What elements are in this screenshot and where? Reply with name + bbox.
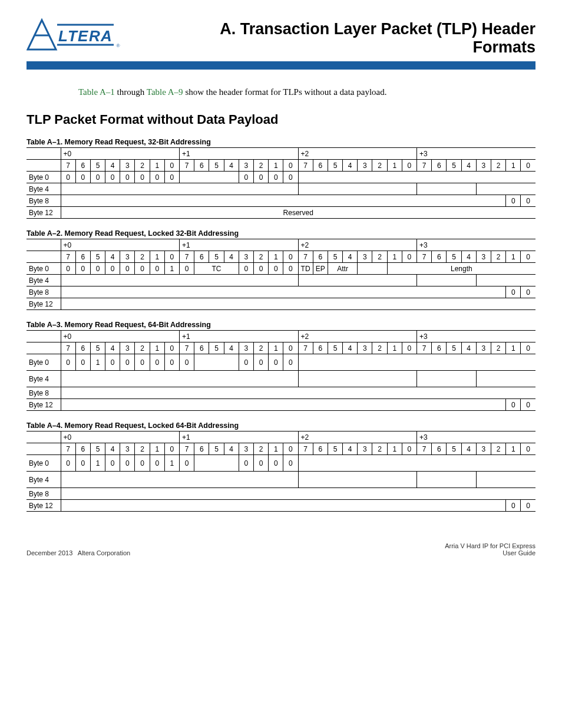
bit-header-row: 76543210 76543210 76543210 76543210 <box>27 443 535 455</box>
svg-text:®: ® <box>116 42 120 48</box>
byte0-row: Byte 0 00000000 0000 <box>27 172 535 183</box>
page-footer: December 2013 Altera Corporation Arria V… <box>27 542 535 556</box>
table-a2-caption: Table A–2. Memory Read Request, Locked 3… <box>27 229 535 238</box>
svg-text:R: R <box>89 27 100 45</box>
bit-header-row: 76543210 76543210 76543210 76543210 <box>27 160 535 172</box>
byte4-row: Byte 4 <box>27 183 535 195</box>
byte8-row: Byte 8 <box>27 387 535 399</box>
byte0-row: Byte 0 00000001 0 TC 0000 TDEP Attr Leng… <box>27 263 535 275</box>
group-header-row: +0 +1 +2 +3 <box>27 148 535 160</box>
link-table-a1[interactable]: Table A–1 <box>78 87 115 97</box>
byte4-row: Byte 4 <box>27 472 535 488</box>
byte0-row: Byte 0 00100001 0 0000 <box>27 455 535 472</box>
link-table-a9[interactable]: Table A–9 <box>147 87 183 97</box>
bit-header-row: 76543210 76543210 76543210 76543210 <box>27 342 535 354</box>
table-a4: +0 +1 +2 +3 76543210 76543210 76543210 7… <box>27 431 535 512</box>
intro-paragraph: Table A–1 through Table A–9 show the hea… <box>78 86 479 98</box>
svg-text:A: A <box>100 27 112 45</box>
svg-text:T: T <box>68 27 78 45</box>
svg-text:L: L <box>58 27 68 45</box>
byte4-row: Byte 4 <box>27 371 535 387</box>
table-a3-caption: Table A–3. Memory Read Request, 64-Bit A… <box>27 321 535 329</box>
byte12-row: Byte 12 Reserved <box>27 207 535 219</box>
header-divider <box>27 61 535 70</box>
footer-right: Arria V Hard IP for PCI ExpressUser Guid… <box>445 542 535 556</box>
table-a2: +0 +1 +2 +3 76543210 76543210 76543210 7… <box>27 239 535 310</box>
byte12-row: Byte 12 00 <box>27 399 535 411</box>
group-header-row: +0 +1 +2 +3 <box>27 239 535 251</box>
table-a4-caption: Table A–4. Memory Read Request, Locked 6… <box>27 421 535 430</box>
altera-logo: L T E R A ® <box>27 18 144 54</box>
page-title-line2: Formats <box>472 38 535 56</box>
bit-header-row: 76543210 76543210 76543210 76543210 <box>27 251 535 263</box>
byte12-row: Byte 12 00 <box>27 500 535 512</box>
byte8-row: Byte 8 00 <box>27 286 535 298</box>
svg-text:E: E <box>78 27 88 45</box>
table-a1: +0 +1 +2 +3 76543210 76543210 76543210 7… <box>27 147 535 219</box>
group-header-row: +0 +1 +2 +3 <box>27 331 535 342</box>
section-heading: TLP Packet Format without Data Payload <box>27 112 535 127</box>
byte8-row: Byte 8 00 <box>27 195 535 207</box>
group-header-row: +0 +1 +2 +3 <box>27 431 535 443</box>
page-title-line1: A. Transaction Layer Packet (TLP) Header <box>220 20 535 38</box>
footer-left: December 2013 Altera Corporation <box>27 549 130 556</box>
byte4-row: Byte 4 <box>27 275 535 286</box>
byte0-row: Byte 0 00100000 0 0000 <box>27 354 535 371</box>
table-a1-caption: Table A–1. Memory Read Request, 32-Bit A… <box>27 138 535 146</box>
table-a3: +0 +1 +2 +3 76543210 76543210 76543210 7… <box>27 330 535 411</box>
byte12-row: Byte 12 <box>27 298 535 310</box>
byte8-row: Byte 8 <box>27 488 535 500</box>
page-title: A. Transaction Layer Packet (TLP) Header… <box>220 18 535 57</box>
